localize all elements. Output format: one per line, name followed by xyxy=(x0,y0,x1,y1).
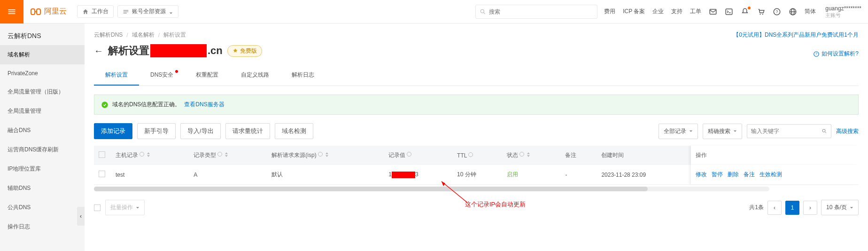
sidebar-item-isp-cache[interactable]: 运营商DNS缓存刷新 xyxy=(0,140,85,159)
brand-logo[interactable]: 阿里云 xyxy=(23,6,73,17)
pager-total: 共1条 xyxy=(749,204,764,212)
support-link[interactable]: 支持 xyxy=(671,8,682,16)
pager-page-1[interactable]: 1 xyxy=(785,201,799,215)
global-search[interactable] xyxy=(475,5,597,19)
footer-checkbox-all[interactable] xyxy=(94,204,101,211)
message-icon[interactable] xyxy=(709,8,717,16)
action-pause[interactable]: 暂停 xyxy=(712,171,723,179)
ip-redacted xyxy=(392,172,415,178)
search-mode-select[interactable]: 精确搜索 xyxy=(703,124,742,139)
col-type: 记录类型 xyxy=(189,146,267,165)
table-row: test A 默认 13 10 分钟 启用 - 2023-11-28 23:09… xyxy=(94,165,859,185)
pager-prev[interactable]: ‹ xyxy=(767,201,782,215)
sidebar-item-public-dns[interactable]: 公共DNS xyxy=(0,198,85,217)
help-icon[interactable]: ? xyxy=(773,8,781,16)
col-isp: 解析请求来源(isp) xyxy=(267,146,384,165)
help-icon[interactable] xyxy=(217,151,223,157)
tab-custom-line[interactable]: 自定义线路 xyxy=(230,65,280,86)
enterprise-link[interactable]: 企业 xyxy=(652,8,664,16)
tab-dns-security[interactable]: DNS安全 xyxy=(139,65,185,86)
pager-next[interactable]: › xyxy=(803,201,817,215)
lang-switch[interactable]: 简体 xyxy=(805,8,816,16)
cell-type: A xyxy=(189,165,267,185)
page-title: 解析设置 .cn xyxy=(108,44,223,58)
globe-icon[interactable] xyxy=(789,8,797,16)
help-icon[interactable] xyxy=(468,152,473,157)
cell-ttl: 10 分钟 xyxy=(452,165,502,185)
page-size-select[interactable]: 10 条/页 xyxy=(821,200,859,215)
top-right-nav: 费用 ICP 备案 企业 支持 工单 ? 简体 guangz******** 主… xyxy=(597,5,868,18)
import-export-button[interactable]: 导入/导出 xyxy=(180,123,221,139)
workbench-link[interactable]: 工作台 xyxy=(77,5,114,18)
account-resources-dropdown[interactable]: 账号全部资源⌄ xyxy=(117,5,178,18)
add-record-button[interactable]: 添加记录 xyxy=(94,123,132,139)
bell-icon[interactable] xyxy=(741,8,749,16)
cell-isp: 默认 xyxy=(267,165,384,185)
sidebar-collapse[interactable]: ‹ xyxy=(77,207,85,226)
sidebar-item-secondary-dns[interactable]: 辅助DNS xyxy=(0,179,85,198)
sidebar-item-geo-ip[interactable]: IP地理位置库 xyxy=(0,159,85,179)
cell-host: test xyxy=(111,165,189,185)
promo-link[interactable]: DNS全系列产品新用户免费试用1个月 xyxy=(765,31,859,38)
ticket-link[interactable]: 工单 xyxy=(690,8,701,16)
svg-point-3 xyxy=(480,9,484,13)
how-to-resolve-link[interactable]: ? 如何设置解析? xyxy=(813,50,859,58)
breadcrumb-current: 解析设置 xyxy=(163,31,186,39)
sidebar-item-domain-resolve[interactable]: 域名解析 xyxy=(0,45,85,64)
ok-banner-text: 域名的DNS信息配置正确。 xyxy=(112,101,180,109)
svg-point-8 xyxy=(762,14,763,15)
breadcrumb-root[interactable]: 云解析DNS xyxy=(94,31,123,39)
action-effect-check[interactable]: 生效检测 xyxy=(760,171,782,179)
cart-icon[interactable] xyxy=(757,8,765,16)
cell-actions: 修改 暂停 删除 备注 生效检测 xyxy=(691,165,859,185)
newbie-guide-button[interactable]: 新手引导 xyxy=(137,123,176,139)
keyword-filter[interactable] xyxy=(747,124,831,138)
main-content: 云解析DNS/ 域名解析/ 解析设置 【0元试用】DNS全系列产品新用户免费试用… xyxy=(85,24,868,251)
fees-link[interactable]: 费用 xyxy=(604,8,615,16)
advanced-search-link[interactable]: 高级搜索 xyxy=(836,127,859,135)
tab-weight[interactable]: 权重配置 xyxy=(185,65,230,86)
toolbar: 添加记录 新手引导 导入/导出 请求量统计 域名检测 全部记录 精确搜索 高级搜… xyxy=(94,123,859,139)
svg-point-16 xyxy=(101,102,108,108)
hamburger-menu[interactable] xyxy=(0,0,23,24)
sidebar-item-privatezone[interactable]: PrivateZone xyxy=(0,64,85,82)
svg-point-7 xyxy=(760,14,761,15)
help-icon[interactable] xyxy=(406,151,412,157)
help-icon[interactable] xyxy=(519,151,525,157)
svg-rect-1 xyxy=(37,9,40,15)
checkbox-all[interactable] xyxy=(99,151,105,158)
action-edit[interactable]: 修改 xyxy=(696,171,707,179)
sort-icon[interactable] xyxy=(224,152,229,157)
breadcrumb-parent[interactable]: 域名解析 xyxy=(132,31,155,39)
back-arrow[interactable]: ← xyxy=(94,46,103,56)
sort-icon[interactable] xyxy=(325,152,329,157)
record-scope-select[interactable]: 全部记录 xyxy=(659,124,698,139)
sidebar-item-op-log[interactable]: 操作日志 xyxy=(0,217,85,236)
search-icon[interactable] xyxy=(822,128,827,134)
icp-link[interactable]: ICP 备案 xyxy=(623,8,645,16)
keyword-input[interactable] xyxy=(751,128,822,134)
global-search-input[interactable] xyxy=(489,8,593,15)
horizontal-scrollbar[interactable] xyxy=(94,187,769,191)
action-remark[interactable]: 备注 xyxy=(744,171,755,179)
help-icon[interactable] xyxy=(139,151,145,157)
tab-resolve-log[interactable]: 解析日志 xyxy=(280,65,326,86)
svg-point-22 xyxy=(407,152,411,157)
sort-icon[interactable] xyxy=(146,152,151,157)
sort-icon[interactable] xyxy=(526,152,531,157)
col-actions: 操作 xyxy=(691,146,859,165)
help-icon[interactable] xyxy=(318,151,323,157)
svg-text:?: ? xyxy=(815,52,817,55)
domain-check-button[interactable]: 域名检测 xyxy=(275,123,313,139)
request-stats-button[interactable]: 请求量统计 xyxy=(225,123,270,139)
terminal-icon[interactable] xyxy=(725,8,733,16)
col-host: 主机记录 xyxy=(111,146,189,165)
tab-resolve-settings[interactable]: 解析设置 xyxy=(94,65,139,86)
action-delete[interactable]: 删除 xyxy=(728,171,739,179)
sidebar-item-gtm[interactable]: 全局流量管理 xyxy=(0,102,85,121)
sidebar-item-fused-dns[interactable]: 融合DNS xyxy=(0,121,85,140)
sidebar-item-gtm-old[interactable]: 全局流量管理（旧版） xyxy=(0,82,85,102)
row-checkbox[interactable] xyxy=(99,171,105,177)
view-dns-servers-link[interactable]: 查看DNS服务器 xyxy=(184,101,224,109)
user-menu[interactable]: guangz******** 主账号 xyxy=(823,5,861,18)
